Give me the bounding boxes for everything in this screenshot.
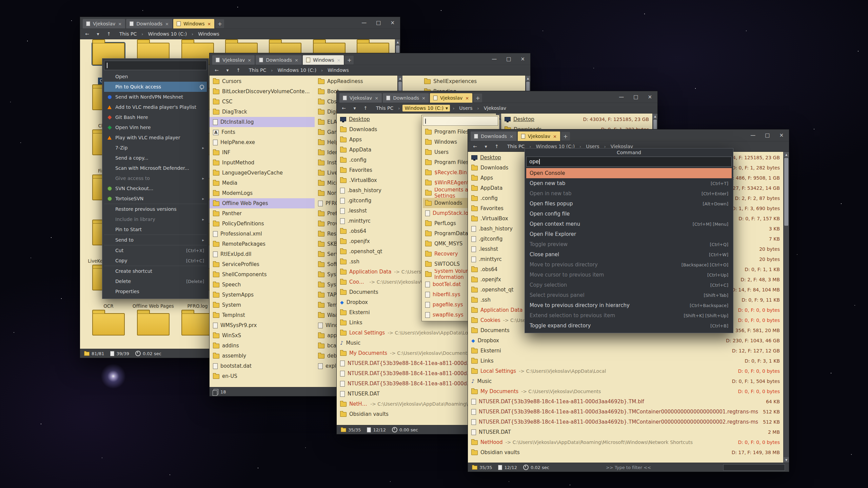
tab-close-icon[interactable]: × xyxy=(165,21,169,26)
context-menu-item[interactable]: Properties ▸ xyxy=(104,286,207,297)
tab-close-icon[interactable]: × xyxy=(295,58,298,63)
tab[interactable]: Vjekoslav × xyxy=(339,93,382,103)
file-row[interactable]: NTUSER.DAT 2 MB xyxy=(468,427,783,437)
context-menu-item[interactable]: Scan with Microsoft Defender... ▸ xyxy=(104,163,207,173)
file-row[interactable]: BitLockerDiscoveryVolumeContents xyxy=(210,86,315,97)
tab[interactable]: Downloads × xyxy=(383,93,429,103)
file-row[interactable]: ModemLogs xyxy=(210,188,315,198)
tab-close-icon[interactable]: × xyxy=(510,134,513,139)
file-row[interactable]: Cursors xyxy=(210,76,315,86)
file-row[interactable]: RemotePackages xyxy=(210,239,315,249)
command-item[interactable]: Open context menu [Ctrl+M] [Menu] xyxy=(526,219,732,229)
dropdown-filter-input[interactable] xyxy=(423,116,498,126)
breadcrumb-item[interactable]: › Windows xyxy=(321,67,351,74)
breadcrumb-item[interactable]: › Windows 10 (C:) xyxy=(271,67,318,74)
minimize-button[interactable]: — xyxy=(619,94,624,100)
panel-scrollbar[interactable]: ▲ ▼ xyxy=(783,152,789,463)
scrollbar-thumb[interactable] xyxy=(784,158,788,226)
tab[interactable]: Vjekoslav × xyxy=(430,93,472,103)
file-row[interactable]: NTUSER.DAT{53b39e88-18c4-11ea-a811-000d3… xyxy=(468,407,783,417)
command-item[interactable]: Close panel [Ctrl+W] xyxy=(526,249,732,260)
file-row[interactable]: addins xyxy=(210,341,315,351)
scroll-up-icon[interactable]: ▲ xyxy=(526,76,530,81)
tab-close-icon[interactable]: × xyxy=(248,58,251,63)
context-menu-item[interactable]: Add to VLC media player's Playlist ▸ xyxy=(104,102,207,112)
file-row[interactable]: Media xyxy=(210,178,315,188)
maximize-button[interactable]: □ xyxy=(633,94,638,100)
titlebar[interactable]: Downloads × Vjekoslav × + — □ × xyxy=(468,129,789,141)
file-icon-item[interactable]: Prefetch xyxy=(131,310,176,349)
command-item[interactable]: Extend selection to previous item [Shift… xyxy=(526,310,732,321)
file-row[interactable]: bootstat.dat xyxy=(210,361,315,371)
file-row[interactable]: INF xyxy=(210,147,315,158)
back-button[interactable]: ← xyxy=(471,144,479,149)
file-row[interactable]: Fonts xyxy=(210,127,315,137)
file-row[interactable]: Desktop D: 43034, F: 125185, 23 GB xyxy=(501,114,652,124)
file-row[interactable]: DtcInstall.log xyxy=(210,117,315,127)
tab[interactable]: Downloads × xyxy=(256,55,302,65)
breadcrumb-item[interactable]: › Vjekoslav▾ xyxy=(477,105,509,111)
breadcrumb-item[interactable]: › Windows xyxy=(192,30,221,37)
maximize-button[interactable]: □ xyxy=(765,132,770,138)
history-dropdown-button[interactable]: ▾ xyxy=(94,31,102,37)
close-button[interactable]: × xyxy=(390,20,395,26)
context-menu-item[interactable]: Restore previous versions ▸ xyxy=(104,204,207,214)
breadcrumb-item[interactable]: › Windows 10 (C:) xyxy=(141,30,189,37)
file-row[interactable]: My Documents -> C:\Users\Vjekoslav\Docum… xyxy=(468,386,783,396)
file-row[interactable]: NetHood -> C:\Users\Vjekoslav\AppData\Ro… xyxy=(468,437,783,447)
tab-close-icon[interactable]: × xyxy=(422,96,426,101)
command-item[interactable]: Toggle expand directory [Ctrl+B] xyxy=(526,321,732,331)
file-row[interactable]: WinSxS xyxy=(210,330,315,341)
file-row[interactable]: NTUSER.DAT{53b39e88-18c4-11ea-a811-000d3… xyxy=(468,417,783,427)
context-menu-item[interactable]: Send a copy... ▸ xyxy=(104,153,207,163)
command-item[interactable]: Open new tab [Ctrl+T] xyxy=(526,178,732,188)
up-button[interactable]: ↑ xyxy=(235,67,242,73)
history-dropdown-button[interactable]: ▾ xyxy=(482,144,490,149)
titlebar[interactable]: Vjekoslav × Downloads × Vjekoslav × + — … xyxy=(337,91,657,103)
file-row[interactable]: assembly xyxy=(210,351,315,361)
back-button[interactable]: ← xyxy=(83,31,91,37)
scroll-up-icon[interactable]: ▲ xyxy=(398,76,402,81)
file-row[interactable]: Links D: 0, F: 3, 1 KB xyxy=(468,356,783,366)
file-row[interactable]: TempInst xyxy=(210,310,315,320)
command-item[interactable]: Move cursor to previous item [Ctrl+Up] xyxy=(526,270,732,280)
titlebar[interactable]: Vjekoslav × Downloads × Windows × + — □ … xyxy=(80,17,400,28)
file-row[interactable]: InputMethod xyxy=(210,158,315,168)
history-dropdown-button[interactable]: ▾ xyxy=(224,67,231,73)
command-item[interactable]: Open File Explorer xyxy=(526,229,732,239)
file-row[interactable]: Professional.xml xyxy=(210,229,315,239)
tab[interactable]: Vjekoslav × xyxy=(518,131,560,141)
context-menu-item[interactable]: Pin to Quick access ▸ xyxy=(104,82,207,92)
file-icon-item[interactable]: PolicyDefinitions xyxy=(86,310,131,349)
file-row[interactable]: Eksterni D: 12, F: 127, 12 GB xyxy=(468,346,783,356)
breadcrumb-item[interactable]: › This PC▾ xyxy=(374,105,395,111)
file-row[interactable]: ServiceProfiles xyxy=(210,259,315,269)
tab[interactable]: Vjekoslav × xyxy=(212,55,255,65)
context-menu-item[interactable]: SVN Checkout... ▸ xyxy=(104,183,207,194)
tab-close-icon[interactable]: × xyxy=(118,21,122,26)
up-button[interactable]: ↑ xyxy=(362,105,369,111)
file-row[interactable]: SystemApps xyxy=(210,290,315,300)
file-row[interactable]: CSC xyxy=(210,97,315,107)
context-menu-item[interactable]: 7-Zip ▸ xyxy=(104,143,207,153)
file-row[interactable]: ShellComponents xyxy=(210,269,315,280)
new-tab-button[interactable]: + xyxy=(215,19,224,28)
tab[interactable]: Windows × xyxy=(173,19,214,28)
file-row[interactable]: Panther xyxy=(210,208,315,219)
filter-input[interactable] xyxy=(723,464,785,471)
scroll-up-icon[interactable]: ▲ xyxy=(784,152,789,157)
breadcrumb-item[interactable]: › This PC xyxy=(117,30,139,37)
command-item[interactable]: Open files popup [Alt+Down] xyxy=(526,199,732,209)
close-button[interactable]: × xyxy=(648,94,652,100)
scroll-up-icon[interactable]: ▲ xyxy=(653,114,657,119)
breadcrumb-item[interactable]: › Windows 10 (C:)▾ xyxy=(398,105,450,111)
titlebar[interactable]: Vjekoslav × Downloads × Windows × + — □ … xyxy=(210,53,530,65)
breadcrumb-item[interactable]: › This PC xyxy=(247,67,268,74)
context-menu-item[interactable]: Copy [Ctrl+C] ▸ xyxy=(104,256,207,266)
back-button[interactable]: ← xyxy=(340,105,348,111)
tab-close-icon[interactable]: × xyxy=(208,21,211,26)
tab-close-icon[interactable]: × xyxy=(375,96,378,101)
context-menu-item[interactable]: Play with VLC media player ▸ xyxy=(104,133,207,143)
context-menu-item[interactable]: Cut [Ctrl+X] ▸ xyxy=(104,245,207,256)
context-menu-item[interactable]: Pin to Start ▸ xyxy=(104,224,207,235)
